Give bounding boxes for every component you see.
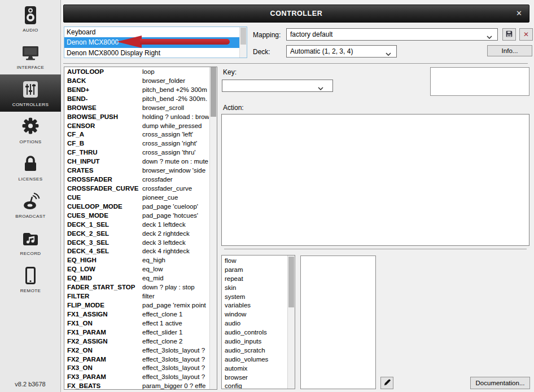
binding-key: BROWSE_PUSH bbox=[67, 113, 142, 122]
header-divider bbox=[63, 63, 528, 64]
key-binding-row[interactable]: CF_B cross_assign 'right' bbox=[64, 139, 209, 148]
key-binding-row[interactable]: EQ_MID eq_mid bbox=[64, 274, 209, 283]
device-item-keyboard[interactable]: Keyboard bbox=[64, 27, 247, 37]
action-category-item[interactable]: config bbox=[222, 382, 287, 389]
key-binding-row[interactable]: FX1_ON effect 1 active bbox=[64, 319, 209, 328]
key-binding-row[interactable]: FX2_ON effect_3slots_layout ? bbox=[64, 346, 209, 355]
key-binding-row[interactable]: EQ_LOW eq_low bbox=[64, 265, 209, 274]
key-binding-row[interactable]: BACK browser_folder bbox=[64, 77, 209, 86]
binding-key: CF_A bbox=[67, 130, 142, 139]
key-label: Key: bbox=[223, 68, 237, 76]
key-binding-row[interactable]: CROSSFADER crossfader bbox=[64, 175, 209, 184]
save-mapping-button[interactable] bbox=[502, 28, 516, 41]
controller-window: AUDIO INTERFACE CONTROLLERS OPTIONS LICE bbox=[0, 0, 534, 392]
action-category-item[interactable]: audio_scratch bbox=[222, 346, 287, 355]
key-binding-row[interactable]: CUES_MODE pad_page 'hotcues' bbox=[64, 212, 209, 221]
key-binding-row[interactable]: AUTOLOOP loop bbox=[64, 68, 209, 77]
deck-select[interactable]: Automatic (1, 2, 3, 4) bbox=[286, 45, 397, 58]
mapping-select[interactable]: factory default bbox=[286, 28, 498, 41]
action-category-item[interactable]: browser bbox=[222, 373, 287, 382]
key-binding-row[interactable]: CH_INPUT down ? mute on : mute bbox=[64, 157, 209, 166]
key-binding-row[interactable]: BEND- pitch_bend -2% 300m. bbox=[64, 95, 209, 104]
action-category-item[interactable]: flow bbox=[222, 257, 287, 266]
binding-key: AUTOLOOP bbox=[67, 68, 142, 77]
sidebar-item-record[interactable]: RECORD bbox=[0, 223, 61, 261]
action-category-item[interactable]: system bbox=[222, 293, 287, 302]
close-icon[interactable]: ✕ bbox=[516, 9, 522, 17]
key-binding-row[interactable]: BROWSE browser_scroll bbox=[64, 104, 209, 113]
key-binding-row[interactable]: CENSOR dump while_pressed bbox=[64, 122, 209, 131]
delete-mapping-button[interactable]: ✕ bbox=[519, 28, 533, 41]
key-binding-row[interactable]: FLIP_MODE pad_page 'remix point bbox=[64, 301, 209, 310]
binding-key: EQ_HIGH bbox=[67, 256, 142, 265]
chevron-down-icon bbox=[318, 84, 323, 92]
binding-action: deck 4 rightdeck bbox=[142, 247, 209, 256]
key-binding-row[interactable]: DECK_3_SEL deck 3 leftdeck bbox=[64, 239, 209, 248]
binding-action: effect_clone 2 bbox=[142, 337, 209, 346]
key-binding-row[interactable]: CF_A cross_assign 'left' bbox=[64, 130, 209, 139]
key-binding-row[interactable]: CRATES browser_window 'side bbox=[64, 166, 209, 175]
key-binding-row[interactable]: DECK_1_SEL deck 1 leftdeck bbox=[64, 221, 209, 230]
binding-key: FX2_PARAM bbox=[67, 355, 142, 364]
key-binding-row[interactable]: EQ_HIGH eq_high bbox=[64, 256, 209, 265]
eyedropper-icon bbox=[383, 378, 391, 387]
key-binding-row[interactable]: CROSSFADER_CURVE crossfader_curve bbox=[64, 184, 209, 193]
key-binding-row[interactable]: BROWSE_PUSH holding ? unload : brow bbox=[64, 113, 209, 122]
sidebar-item-broadcast[interactable]: BROADCAST bbox=[0, 186, 61, 223]
action-category-item[interactable]: param bbox=[222, 266, 287, 275]
sidebar-item-licenses[interactable]: LICENSES bbox=[0, 149, 61, 186]
action-category-item[interactable]: repeat bbox=[222, 275, 287, 284]
sidebar-item-options[interactable]: OPTIONS bbox=[0, 112, 61, 149]
sidebar-item-controllers[interactable]: CONTROLLERS bbox=[0, 74, 61, 112]
action-category-item[interactable]: skin bbox=[222, 284, 287, 293]
binding-key: FLIP_MODE bbox=[67, 301, 142, 310]
action-category-item[interactable]: automix bbox=[222, 364, 287, 373]
key-binding-row[interactable]: FX2_ASSIGN effect_clone 2 bbox=[64, 337, 209, 346]
action-category-item[interactable]: audio bbox=[222, 319, 287, 328]
sidebar-item-interface[interactable]: INTERFACE bbox=[0, 37, 61, 74]
action-category-item[interactable]: audio_inputs bbox=[222, 337, 287, 346]
binding-key: BROWSE bbox=[67, 104, 142, 113]
binding-key: DECK_1_SEL bbox=[67, 221, 142, 230]
binding-key: CROSSFADER bbox=[67, 175, 142, 184]
key-binding-row[interactable]: FX1_ASSIGN effect_clone 1 bbox=[64, 310, 209, 319]
device-item-denon-mcx8000-display-right[interactable]: Denon MCX8000 Display Right bbox=[64, 48, 247, 58]
settings-sidebar: AUDIO INTERFACE CONTROLLERS OPTIONS LICE bbox=[0, 0, 61, 392]
key-binding-row[interactable]: BEND+ pitch_bend +2% 300m bbox=[64, 86, 209, 95]
binding-key: DECK_3_SEL bbox=[67, 239, 142, 248]
key-binding-row[interactable]: FX1_PARAM effect_slider 1 bbox=[64, 328, 209, 337]
key-bindings-scrollbar[interactable] bbox=[209, 67, 217, 389]
action-category-item[interactable]: window bbox=[222, 310, 287, 319]
binding-key: EQ_MID bbox=[67, 274, 142, 283]
key-binding-row[interactable]: CUE pioneer_cue bbox=[64, 193, 209, 202]
action-category-item[interactable]: variables bbox=[222, 301, 287, 310]
key-select[interactable] bbox=[222, 80, 333, 92]
key-binding-row[interactable]: FX2_PARAM effect_3slots_layout ? bbox=[64, 355, 209, 364]
binding-action: eq_low bbox=[142, 265, 209, 274]
binding-action: loop bbox=[142, 68, 209, 77]
action-label: Action: bbox=[223, 104, 244, 112]
key-binding-row[interactable]: FILTER filter bbox=[64, 292, 209, 301]
key-binding-row[interactable]: FX3_ON effect_3slots_layout ? bbox=[64, 364, 209, 373]
action-script-editor[interactable] bbox=[221, 114, 529, 246]
info-button[interactable]: Info... bbox=[487, 45, 532, 56]
key-binding-row[interactable]: FX_BEATS param_bigger 0 ? effe bbox=[64, 382, 209, 389]
binding-action: pad_page 'cueloop' bbox=[142, 202, 209, 212]
sidebar-item-audio[interactable]: AUDIO bbox=[0, 0, 61, 37]
action-category-item[interactable]: audio_volumes bbox=[222, 355, 287, 364]
key-binding-row[interactable]: FADER_START_STOP down ? play : stop bbox=[64, 283, 209, 292]
key-binding-row[interactable]: FX3_PARAM effect_3slots_layout ? bbox=[64, 373, 209, 382]
binding-action: pad_page 'remix point bbox=[142, 301, 209, 310]
documentation-button[interactable]: Documentation... bbox=[470, 377, 530, 389]
device-list-scrollbar[interactable] bbox=[239, 27, 247, 58]
learn-button[interactable] bbox=[380, 377, 393, 389]
action-category-item[interactable]: audio_controls bbox=[222, 328, 287, 337]
binding-action: effect_3slots_layout ? bbox=[142, 346, 209, 355]
key-binding-row[interactable]: CUELOOP_MODE pad_page 'cueloop' bbox=[64, 202, 209, 212]
sidebar-item-remote[interactable]: REMOTE bbox=[0, 261, 61, 298]
key-binding-row[interactable]: DECK_2_SEL deck 2 rightdeck bbox=[64, 230, 209, 239]
key-binding-row[interactable]: DECK_4_SEL deck 4 rightdeck bbox=[64, 247, 209, 256]
category-list-scrollbar[interactable] bbox=[287, 256, 295, 389]
key-binding-row[interactable]: CF_THRU cross_assign 'thru' bbox=[64, 148, 209, 157]
binding-action: pad_page 'hotcues' bbox=[142, 212, 209, 221]
